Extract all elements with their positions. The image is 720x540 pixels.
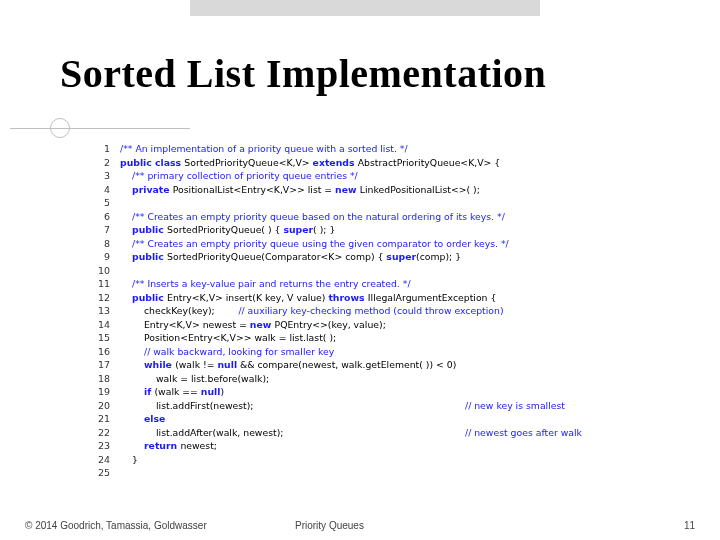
- code-content: public SortedPriorityQueue(Comparator<K>…: [120, 250, 461, 264]
- line-number: 12: [95, 291, 120, 305]
- code-content: public class SortedPriorityQueue<K,V> ex…: [120, 156, 500, 170]
- code-line: 13checkKey(key); // auxiliary key-checki…: [95, 304, 685, 318]
- line-number: 14: [95, 318, 120, 332]
- line-number: 17: [95, 358, 120, 372]
- line-number: 16: [95, 345, 120, 359]
- line-number: 25: [95, 466, 120, 480]
- code-line: 2public class SortedPriorityQueue<K,V> e…: [95, 156, 685, 170]
- code-line: 16// walk backward, looking for smaller …: [95, 345, 685, 359]
- line-number: 7: [95, 223, 120, 237]
- code-line: 22list.addAfter(walk, newest);// newest …: [95, 426, 685, 440]
- code-content: return newest;: [120, 439, 217, 453]
- code-line: 20list.addFirst(newest);// new key is sm…: [95, 399, 685, 413]
- line-comment: // new key is smallest: [465, 399, 565, 413]
- line-comment: // newest goes after walk: [465, 426, 582, 440]
- line-number: 3: [95, 169, 120, 183]
- code-content: Position<Entry<K,V>> walk = list.last( )…: [120, 331, 336, 345]
- code-line: 9public SortedPriorityQueue(Comparator<K…: [95, 250, 685, 264]
- code-content: public Entry<K,V> insert(K key, V value)…: [120, 291, 496, 305]
- code-content: /** Inserts a key-value pair and returns…: [120, 277, 411, 291]
- footer-center: Priority Queues: [295, 520, 364, 531]
- code-content: private PositionalList<Entry<K,V>> list …: [120, 183, 480, 197]
- line-number: 13: [95, 304, 120, 318]
- top-accent-bar: [190, 0, 540, 16]
- code-content: /** Creates an empty priority queue base…: [120, 210, 505, 224]
- code-line: 8/** Creates an empty priority queue usi…: [95, 237, 685, 251]
- code-line: 10: [95, 264, 685, 278]
- decorative-circle: [50, 118, 70, 138]
- line-number: 8: [95, 237, 120, 251]
- code-line: 12public Entry<K,V> insert(K key, V valu…: [95, 291, 685, 305]
- line-number: 9: [95, 250, 120, 264]
- code-line: 5: [95, 196, 685, 210]
- footer-copyright: © 2014 Goodrich, Tamassia, Goldwasser: [25, 520, 207, 531]
- line-number: 18: [95, 372, 120, 386]
- code-line: 3/** primary collection of priority queu…: [95, 169, 685, 183]
- code-content: public SortedPriorityQueue( ) { super( )…: [120, 223, 335, 237]
- line-number: 4: [95, 183, 120, 197]
- line-number: 5: [95, 196, 120, 210]
- code-line: 15Position<Entry<K,V>> walk = list.last(…: [95, 331, 685, 345]
- code-content: /** Creates an empty priority queue usin…: [120, 237, 509, 251]
- code-content: /** An implementation of a priority queu…: [120, 142, 408, 156]
- footer-page-number: 11: [684, 520, 695, 531]
- line-number: 22: [95, 426, 120, 440]
- line-number: 1: [95, 142, 120, 156]
- line-number: 10: [95, 264, 120, 278]
- code-content: Entry<K,V> newest = new PQEntry<>(key, v…: [120, 318, 386, 332]
- line-number: 11: [95, 277, 120, 291]
- code-line: 6/** Creates an empty priority queue bas…: [95, 210, 685, 224]
- slide-title: Sorted List Implementation: [60, 50, 546, 97]
- code-line: 14Entry<K,V> newest = new PQEntry<>(key,…: [95, 318, 685, 332]
- code-line: 11/** Inserts a key-value pair and retur…: [95, 277, 685, 291]
- line-number: 24: [95, 453, 120, 467]
- code-line: 25: [95, 466, 685, 480]
- code-content: list.addAfter(walk, newest);: [120, 426, 283, 440]
- code-content: // walk backward, looking for smaller ke…: [120, 345, 334, 359]
- code-line: 1/** An implementation of a priority que…: [95, 142, 685, 156]
- code-content: /** primary collection of priority queue…: [120, 169, 358, 183]
- code-content: else: [120, 412, 165, 426]
- code-line: 4private PositionalList<Entry<K,V>> list…: [95, 183, 685, 197]
- code-listing: 1/** An implementation of a priority que…: [95, 142, 685, 480]
- code-content: while (walk != null && compare(newest, w…: [120, 358, 456, 372]
- line-number: 6: [95, 210, 120, 224]
- code-content: walk = list.before(walk);: [120, 372, 269, 386]
- slide: Sorted List Implementation 1/** An imple…: [0, 0, 720, 540]
- code-content: if (walk == null): [120, 385, 224, 399]
- line-number: 15: [95, 331, 120, 345]
- code-content: list.addFirst(newest);: [120, 399, 254, 413]
- code-content: checkKey(key); // auxiliary key-checking…: [120, 304, 504, 318]
- code-line: 21else: [95, 412, 685, 426]
- code-line: 7public SortedPriorityQueue( ) { super( …: [95, 223, 685, 237]
- code-line: 24}: [95, 453, 685, 467]
- code-content: }: [120, 453, 138, 467]
- code-line: 17while (walk != null && compare(newest,…: [95, 358, 685, 372]
- line-number: 20: [95, 399, 120, 413]
- code-line: 23return newest;: [95, 439, 685, 453]
- code-line: 18walk = list.before(walk);: [95, 372, 685, 386]
- line-number: 2: [95, 156, 120, 170]
- line-number: 21: [95, 412, 120, 426]
- line-number: 19: [95, 385, 120, 399]
- line-number: 23: [95, 439, 120, 453]
- code-line: 19if (walk == null): [95, 385, 685, 399]
